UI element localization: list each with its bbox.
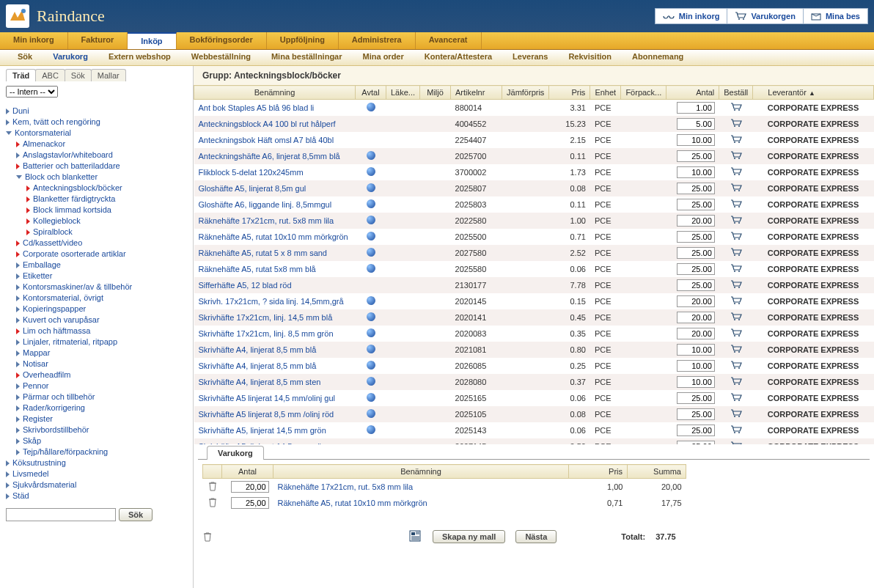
tree-label[interactable]: Batterier och batteriladdare — [23, 161, 120, 170]
skapa-mall-button[interactable]: Skapa ny mall — [433, 530, 505, 543]
tree-label[interactable]: Tejp/hållare/förpackning — [23, 447, 108, 456]
tree-label[interactable]: Pennor — [23, 381, 48, 390]
qty-input[interactable] — [677, 247, 715, 259]
qty-input[interactable] — [677, 102, 715, 114]
tree-label[interactable]: Livsmedel — [12, 469, 49, 478]
tree-label[interactable]: Notisar — [23, 359, 48, 368]
tree-node[interactable]: Städ — [6, 490, 187, 501]
tree-node[interactable]: Cd/kassett/video — [16, 237, 187, 248]
add-to-cart-button[interactable] — [730, 232, 742, 242]
nav-sub-leverans[interactable]: Leverans — [502, 50, 558, 65]
tree-node[interactable]: Duni — [6, 105, 187, 116]
qty-input[interactable] — [677, 215, 715, 227]
add-to-cart-button[interactable] — [730, 167, 742, 177]
product-link[interactable]: Ant bok Staples A5 blå 96 blad li — [199, 103, 315, 112]
product-link[interactable]: Skrivhäfte A4, linjerat 8,5 mm sten — [199, 378, 321, 386]
tree-node[interactable]: Emballage — [16, 259, 187, 270]
tree-node[interactable]: Pennor — [16, 380, 187, 391]
nav-tab-ink-p[interactable]: Inköp — [128, 32, 176, 49]
tree-label[interactable]: Kollegieblock — [33, 216, 81, 225]
tree-node[interactable]: Mappar — [16, 347, 187, 358]
tree-label[interactable]: Emballage — [23, 260, 61, 269]
tree-label[interactable]: Rader/korrigering — [23, 403, 85, 412]
side-tab-abc[interactable]: ABC — [35, 69, 65, 81]
product-link[interactable]: Sifferhäfte A5, 12 blad röd — [199, 281, 292, 290]
qty-input[interactable] — [677, 376, 715, 388]
product-link[interactable]: Räknehäfte 17x21cm, rut. 5x8 mm lila — [199, 216, 334, 225]
product-link[interactable]: Skrivhäfte A5, linjerat 14,5 mm grön — [199, 426, 326, 435]
qty-input[interactable] — [677, 312, 715, 323]
product-link[interactable]: Skrivh. 17x21cm, ? sida linj. 14,5mm,grå — [199, 297, 344, 306]
product-link[interactable]: Räknehäfte A5, rutat 5x8 mm blå — [199, 265, 316, 273]
tree-label[interactable]: Kontorsmaterial, övrigt — [23, 293, 103, 302]
tree-label[interactable]: Cd/kassett/video — [23, 238, 82, 247]
qty-input[interactable] — [677, 134, 715, 146]
product-link[interactable]: Gloshäfte A5, linjerat 8,5m gul — [199, 184, 306, 193]
intern-select[interactable]: -- Intern -- — [6, 86, 58, 98]
add-to-cart-button[interactable] — [730, 441, 742, 445]
add-to-cart-button[interactable] — [730, 425, 742, 436]
product-link[interactable]: Skrivhäfte 17x21cm, linj. 14,5 mm blå — [199, 313, 333, 322]
tree-node[interactable]: Etiketter — [16, 270, 187, 281]
clear-cart-button[interactable] — [202, 532, 213, 542]
tree-label[interactable]: Blanketter färdigtryckta — [33, 194, 116, 203]
tree-label[interactable]: Lim och häftmassa — [23, 326, 90, 335]
qty-input[interactable] — [677, 231, 715, 243]
tree-label[interactable]: Register — [23, 414, 53, 423]
col-avtal[interactable]: Avtal — [356, 86, 386, 100]
tree-node[interactable]: Tejp/hållare/förpackning — [16, 446, 187, 457]
nav-sub-varukorg[interactable]: Varukorg — [43, 50, 98, 65]
tree-label[interactable]: Duni — [12, 106, 29, 115]
tree-label[interactable]: Overheadfilm — [23, 370, 70, 379]
tree-node[interactable]: Kem, tvätt och rengöring — [6, 116, 187, 127]
nav-tab-min-inkorg[interactable]: Min inkorg — [0, 32, 68, 49]
remove-item-button[interactable] — [208, 481, 218, 491]
add-to-cart-button[interactable] — [730, 151, 742, 161]
product-link[interactable]: Flikblock 5-delat 120x245mm — [199, 168, 304, 177]
add-to-cart-button[interactable] — [730, 345, 742, 355]
add-to-cart-button[interactable] — [730, 199, 742, 210]
top-link-mina-bes[interactable]: Mina bes — [804, 8, 868, 24]
tree-node[interactable]: Sjukvårdsmaterial — [6, 479, 187, 490]
nav-sub-extern-webshop[interactable]: Extern webshop — [98, 50, 181, 65]
tree-label[interactable]: Skrivbordstillbehör — [23, 425, 89, 434]
side-tab-träd[interactable]: Träd — [6, 69, 36, 81]
tree-node[interactable]: Kontorsmaterial — [6, 127, 187, 138]
tree-node[interactable]: Skåp — [16, 435, 187, 446]
add-to-cart-button[interactable] — [730, 296, 742, 306]
add-to-cart-button[interactable] — [730, 183, 742, 194]
tree-label[interactable]: Kuvert och varupåsar — [23, 315, 100, 324]
tree-node[interactable]: Register — [16, 413, 187, 424]
tree-node[interactable]: Almenackor — [16, 138, 187, 149]
col-jamforpris[interactable]: Jämförpris — [502, 86, 549, 100]
qty-input[interactable] — [677, 166, 715, 178]
tree-node[interactable]: Block och blanketter — [16, 171, 187, 182]
tree-node[interactable]: Kollegieblock — [26, 215, 187, 226]
qty-input[interactable] — [677, 408, 715, 420]
tree-label[interactable]: Sjukvårdsmaterial — [12, 480, 76, 489]
qty-input[interactable] — [677, 279, 715, 291]
qty-input[interactable] — [677, 344, 715, 356]
tree-node[interactable]: Linjaler, ritmaterial, ritpapp — [16, 336, 187, 347]
add-to-cart-button[interactable] — [730, 248, 742, 258]
remove-item-button[interactable] — [208, 497, 218, 507]
nav-sub-rekvisition[interactable]: Rekvisition — [558, 50, 622, 65]
qty-input[interactable] — [677, 328, 715, 339]
nav-sub-s-k[interactable]: Sök — [7, 50, 43, 65]
col-miljo[interactable]: Miljö — [420, 86, 451, 100]
col-forpack[interactable]: Förpack... — [621, 86, 666, 100]
tree-label[interactable]: Anteckningsblock/böcker — [33, 183, 122, 192]
add-to-cart-button[interactable] — [730, 264, 742, 274]
product-link[interactable]: Skrivhäfte A4, linjerat 8,5 mm blå — [199, 345, 317, 354]
col-antal[interactable]: Antal — [666, 86, 719, 100]
tree-node[interactable]: Block limmad kortsida — [26, 204, 187, 215]
product-link[interactable]: Skrivhäfte A5 linjerat 14,5 mm/olinj gul — [199, 394, 335, 403]
tree-node[interactable]: Rader/korrigering — [16, 402, 187, 413]
cart-tab[interactable]: Varukorg — [207, 446, 264, 460]
side-tab-sök[interactable]: Sök — [65, 69, 92, 81]
tree-node[interactable]: Livsmedel — [6, 468, 187, 479]
tree-node[interactable]: Anslagstavlor/whiteboard — [16, 149, 187, 160]
tree-node[interactable]: Köksutrustning — [6, 457, 187, 468]
add-to-cart-button[interactable] — [730, 312, 742, 323]
col-benamning[interactable]: Benämning — [194, 86, 356, 100]
